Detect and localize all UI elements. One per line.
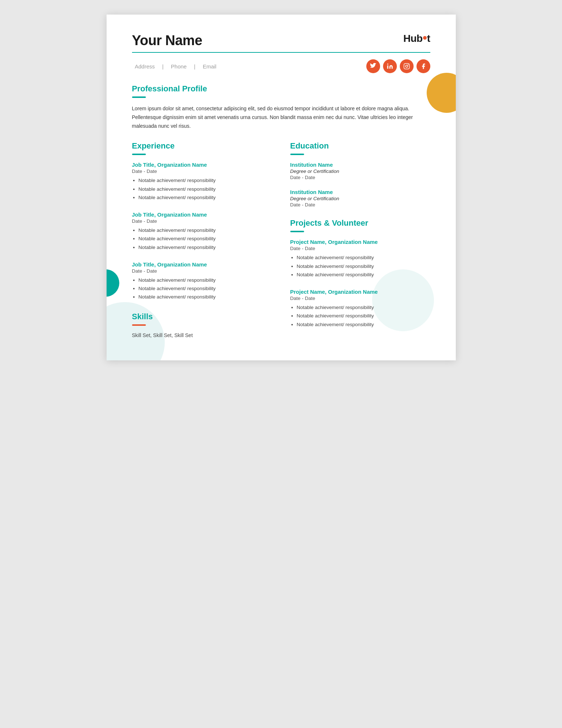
job-bullets-3: Notable achievement/ responsibility Nota… [132, 277, 272, 301]
social-icons [366, 59, 430, 73]
job-item-3: Job Title, Organization Name Date - Date… [132, 261, 272, 301]
contact-info: Address | Phone | Email [132, 63, 219, 70]
job-bullet-3-3: Notable achievement/ responsibility [139, 293, 272, 301]
instagram-icon[interactable] [400, 59, 414, 73]
svg-rect-1 [404, 64, 409, 69]
job-bullet-1-1: Notable achievement/ responsibility [139, 177, 272, 184]
project-title-1: Project Name, Organization Name [290, 239, 430, 245]
job-bullet-2-2: Notable achievement/ responsibility [139, 235, 272, 242]
project-date-2: Date - Date [290, 296, 430, 301]
project-bullet-1-3: Notable achievement/ responsibility [297, 271, 430, 278]
education-underline [290, 154, 304, 155]
job-bullet-1-2: Notable achievement/ responsibility [139, 186, 272, 193]
project-bullet-2-2: Notable achievement/ responsibility [297, 312, 430, 320]
project-bullet-2-3: Notable achievement/ responsibility [297, 321, 430, 328]
project-bullet-1-2: Notable achievement/ responsibility [297, 263, 430, 270]
profile-underline [132, 96, 146, 98]
header: Your Name Hubt [132, 33, 430, 48]
project-item-2: Project Name, Organization Name Date - D… [290, 289, 430, 328]
skills-underline [132, 324, 146, 326]
project-title-2: Project Name, Organization Name [290, 289, 430, 295]
job-bullet-2-1: Notable achievement/ responsibility [139, 227, 272, 234]
edu-degree-2: Degree or Certification [290, 196, 430, 201]
job-bullets-1: Notable achievement/ responsibility Nota… [132, 177, 272, 201]
header-divider [132, 52, 430, 53]
education-section: Education Institution Name Degree or Cer… [290, 141, 430, 207]
job-item-1: Job Title, Organization Name Date - Date… [132, 162, 272, 201]
skills-section: Skills Skill Set, Skill Set, Skill Set [132, 312, 272, 338]
projects-section-title: Projects & Volunteer [290, 218, 430, 228]
projects-underline [290, 231, 304, 232]
job-bullet-1-3: Notable achievement/ responsibility [139, 194, 272, 201]
deco-gold-circle [427, 73, 456, 113]
experience-section: Experience Job Title, Organization Name … [132, 141, 272, 301]
experience-underline [132, 154, 146, 155]
project-item-1: Project Name, Organization Name Date - D… [290, 239, 430, 278]
projects-section: Projects & Volunteer Project Name, Organ… [290, 218, 430, 328]
deco-teal-circle [107, 269, 119, 297]
job-bullet-3-2: Notable achievement/ responsibility [139, 285, 272, 292]
edu-institution-2: Institution Name [290, 189, 430, 195]
job-date-1: Date - Date [132, 169, 272, 174]
right-column: Education Institution Name Degree or Cer… [290, 141, 430, 339]
job-title-3: Job Title, Organization Name [132, 261, 272, 268]
experience-section-title: Experience [132, 141, 272, 151]
phone-text: Phone [171, 63, 187, 70]
project-bullets-1: Notable achievement/ responsibility Nota… [290, 254, 430, 278]
job-bullet-2-3: Notable achievement/ responsibility [139, 244, 272, 251]
job-bullets-2: Notable achievement/ responsibility Nota… [132, 227, 272, 251]
facebook-icon[interactable] [416, 59, 430, 73]
svg-point-0 [387, 64, 388, 65]
resume-name: Your Name [132, 33, 202, 48]
project-bullet-1-1: Notable achievement/ responsibility [297, 254, 430, 261]
profile-text: Lorem ipsum dolor sit amet, consectetur … [132, 104, 430, 130]
job-title-1: Job Title, Organization Name [132, 162, 272, 168]
job-date-3: Date - Date [132, 268, 272, 274]
edu-institution-1: Institution Name [290, 162, 430, 168]
hubspot-logo: Hubt [403, 33, 430, 44]
profile-section-title: Professional Profile [132, 84, 430, 94]
hubspot-dot-icon [423, 36, 427, 40]
edu-date-1: Date - Date [290, 175, 430, 180]
separator-1: | [162, 63, 164, 70]
job-bullet-3-1: Notable achievement/ responsibility [139, 277, 272, 284]
edu-degree-1: Degree or Certification [290, 169, 430, 174]
contact-row: Address | Phone | Email [132, 59, 430, 73]
email-text: Email [203, 63, 216, 70]
edu-item-1: Institution Name Degree or Certification… [290, 162, 430, 180]
edu-item-2: Institution Name Degree or Certification… [290, 189, 430, 207]
skills-text: Skill Set, Skill Set, Skill Set [132, 332, 272, 338]
svg-point-2 [406, 65, 408, 67]
two-column-layout: Experience Job Title, Organization Name … [132, 141, 430, 339]
project-date-1: Date - Date [290, 246, 430, 251]
job-title-2: Job Title, Organization Name [132, 211, 272, 218]
education-section-title: Education [290, 141, 430, 151]
skills-section-title: Skills [132, 312, 272, 321]
job-item-2: Job Title, Organization Name Date - Date… [132, 211, 272, 251]
project-bullets-2: Notable achievement/ responsibility Nota… [290, 304, 430, 328]
project-bullet-2-1: Notable achievement/ responsibility [297, 304, 430, 311]
edu-date-2: Date - Date [290, 202, 430, 207]
separator-2: | [194, 63, 195, 70]
linkedin-icon[interactable] [383, 59, 397, 73]
svg-point-3 [408, 64, 408, 65]
job-date-2: Date - Date [132, 218, 272, 224]
resume-page: Your Name Hubt Address | Phone | Email [107, 15, 456, 360]
profile-section: Professional Profile Lorem ipsum dolor s… [132, 84, 430, 130]
twitter-icon[interactable] [366, 59, 380, 73]
left-column: Experience Job Title, Organization Name … [132, 141, 272, 339]
address-text: Address [135, 63, 155, 70]
